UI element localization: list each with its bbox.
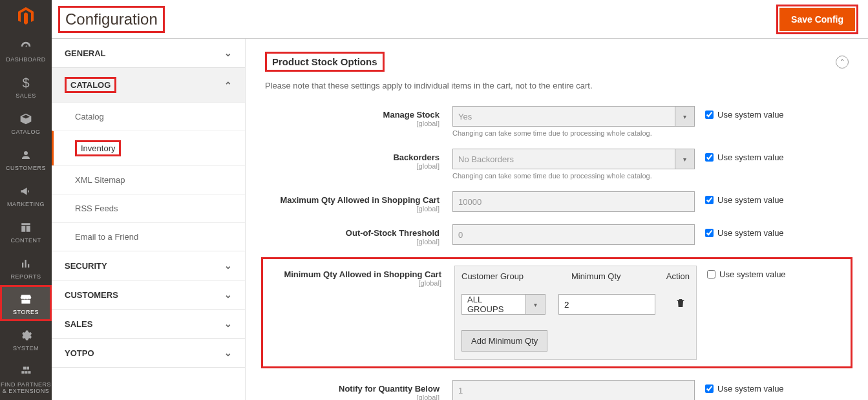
trash-icon[interactable]	[675, 299, 686, 310]
chevron-down-icon: ⌄	[224, 319, 232, 329]
sidebar-section-sales: SALES ⌄	[52, 310, 245, 339]
add-min-qty-button[interactable]: Add Minimum Qty	[461, 330, 547, 352]
label-out-of-stock: Out-of-Stock Threshold [global]	[265, 224, 452, 246]
nav-label: REPORTS	[11, 274, 41, 280]
label-manage-stock: Manage Stock [global]	[265, 106, 452, 127]
nav-stores[interactable]: STORES	[0, 285, 52, 321]
config-sidebar: GENERAL ⌄ CATALOG ⌃ Catalog Inventory XM…	[52, 39, 246, 400]
magento-logo-icon	[16, 6, 36, 26]
control-min-qty: Customer Group Minimum Qty Action ALL GR…	[454, 266, 697, 360]
use-system-label: Use system value	[717, 110, 784, 120]
sidebar-children-catalog: Catalog Inventory XML Sitemap RSS Feeds …	[52, 102, 245, 251]
sidebar-section-security: SECURITY ⌄	[52, 251, 245, 280]
chevron-down-icon: ⌄	[224, 348, 232, 358]
person-icon	[18, 147, 34, 163]
sidebar-item-catalog[interactable]: Catalog	[52, 102, 245, 131]
chevron-down-icon: ▾	[675, 106, 695, 127]
sidebar-head-general[interactable]: GENERAL ⌄	[52, 39, 245, 67]
nav-label: FIND PARTNERS & EXTENSIONS	[0, 382, 52, 395]
use-system-label: Use system value	[719, 269, 786, 279]
checkbox-use-system[interactable]	[705, 196, 714, 204]
checkbox-use-system[interactable]	[705, 111, 714, 119]
nav-label: CONTENT	[11, 238, 41, 244]
col-minimum-qty: Minimum Qty	[558, 271, 644, 281]
input-notify-qty[interactable]	[452, 380, 695, 400]
use-system-notify-qty: Use system value	[695, 380, 784, 394]
checkbox-use-system[interactable]	[707, 270, 715, 279]
row-out-of-stock: Out-of-Stock Threshold [global] Use syst…	[265, 224, 849, 246]
nav-content[interactable]: CONTENT	[0, 213, 52, 249]
sidebar-head-security[interactable]: SECURITY ⌄	[52, 251, 245, 280]
sidebar-title: CUSTOMERS	[65, 290, 118, 300]
sidebar-title: YOTPO	[65, 348, 94, 358]
save-config-button[interactable]: Save Config	[779, 8, 855, 31]
nav-reports[interactable]: REPORTS	[0, 249, 52, 286]
bars-icon	[18, 256, 34, 271]
layout-icon	[18, 220, 34, 235]
use-system-max-qty: Use system value	[695, 191, 784, 205]
nav-system[interactable]: SYSTEM	[0, 321, 52, 357]
use-system-label: Use system value	[717, 384, 784, 394]
section-title: Product Stock Options	[265, 52, 385, 72]
nav-dashboard[interactable]: DASHBOARD	[0, 32, 52, 68]
sidebar-head-customers[interactable]: CUSTOMERS ⌄	[52, 280, 245, 309]
select-customer-group[interactable]: ALL GROUPS ▾	[461, 294, 545, 315]
magento-logo[interactable]	[0, 0, 52, 32]
chevron-down-icon: ⌄	[224, 48, 232, 58]
sidebar-head-catalog[interactable]: CATALOG ⌃	[52, 68, 245, 102]
nav-label: CUSTOMERS	[6, 165, 46, 172]
control-max-qty	[452, 191, 695, 212]
input-max-qty[interactable]	[452, 191, 695, 212]
checkbox-use-system[interactable]	[705, 153, 714, 162]
use-system-min-qty: Use system value	[697, 266, 786, 279]
label-backorders: Backorders [global]	[265, 149, 452, 170]
min-qty-action	[655, 298, 690, 311]
checkbox-use-system[interactable]	[705, 229, 714, 237]
control-notify-qty	[452, 380, 695, 400]
page-title: Configuration	[58, 6, 165, 33]
checkbox-use-system[interactable]	[705, 384, 714, 393]
control-manage-stock: Yes ▾ Changing can take some time due to…	[452, 106, 695, 137]
chevron-down-icon: ⌄	[224, 289, 232, 300]
nav-marketing[interactable]: MARKETING	[0, 177, 52, 213]
form-area: Product Stock Options ⌃ Please note that…	[246, 39, 868, 400]
sidebar-item-rss-feeds[interactable]: RSS Feeds	[52, 194, 245, 222]
sidebar-head-yotpo[interactable]: YOTPO ⌄	[52, 339, 245, 367]
dashboard-icon	[18, 39, 34, 54]
row-backorders: Backorders [global] No Backorders ▾ Chan…	[265, 149, 849, 180]
megaphone-icon	[18, 184, 34, 199]
label-min-qty: Minimum Qty Allowed in Shopping Cart [gl…	[267, 266, 454, 287]
col-action: Action	[644, 271, 690, 281]
hint-backorders: Changing can take some time due to proce…	[452, 172, 695, 180]
min-qty-table: Customer Group Minimum Qty Action ALL GR…	[454, 266, 697, 360]
select-manage-stock[interactable]: Yes ▾	[452, 106, 695, 127]
sidebar-item-inventory[interactable]: Inventory	[52, 131, 245, 165]
sidebar-item-email-friend[interactable]: Email to a Friend	[52, 222, 245, 251]
admin-nav: DASHBOARD $ SALES CATALOG CUSTOMERS MARK…	[0, 0, 52, 400]
min-qty-row: ALL GROUPS ▾	[455, 286, 696, 322]
chevron-down-icon: ▾	[675, 149, 695, 169]
use-system-label: Use system value	[717, 228, 784, 238]
label-max-qty: Maximum Qty Allowed in Shopping Cart [gl…	[265, 191, 452, 213]
nav-label: DASHBOARD	[6, 57, 46, 63]
input-out-of-stock[interactable]	[452, 224, 695, 245]
input-min-qty[interactable]	[558, 294, 655, 315]
control-out-of-stock	[452, 224, 695, 245]
box-icon	[18, 111, 34, 127]
nav-sales[interactable]: $ SALES	[0, 68, 52, 105]
boxes-icon	[18, 364, 34, 379]
sidebar-section-general: GENERAL ⌄	[52, 39, 245, 68]
sidebar-title: SECURITY	[65, 261, 107, 271]
nav-partners[interactable]: FIND PARTNERS & EXTENSIONS	[0, 357, 52, 400]
collapse-icon[interactable]: ⌃	[836, 56, 849, 68]
sidebar-item-xml-sitemap[interactable]: XML Sitemap	[52, 165, 245, 194]
store-icon	[18, 291, 34, 307]
min-qty-header: Customer Group Minimum Qty Action	[455, 266, 696, 286]
nav-customers[interactable]: CUSTOMERS	[0, 141, 52, 177]
row-notify-qty: Notify for Quantity Below [global] Use s…	[265, 380, 849, 400]
nav-label: CATALOG	[11, 129, 40, 136]
select-backorders[interactable]: No Backorders ▾	[452, 149, 695, 169]
sidebar-head-sales[interactable]: SALES ⌄	[52, 310, 245, 338]
nav-catalog[interactable]: CATALOG	[0, 105, 52, 141]
main-area: Configuration Save Config GENERAL ⌄ CATA…	[52, 0, 868, 400]
